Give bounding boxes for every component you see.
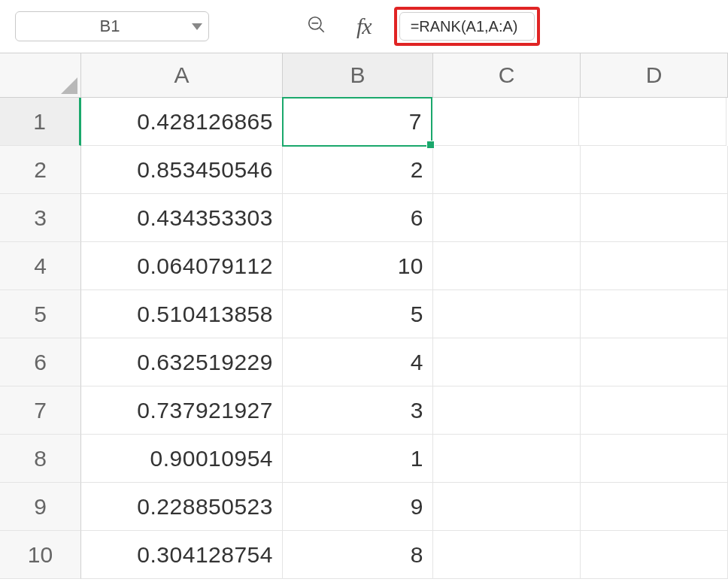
- cell-B5[interactable]: 5: [283, 290, 433, 338]
- select-all-triangle-icon: [61, 77, 77, 94]
- row-header-6[interactable]: 6: [0, 338, 81, 386]
- cell-C2[interactable]: [433, 146, 581, 194]
- table-row: 7 0.737921927 3: [0, 386, 728, 435]
- cell-C3[interactable]: [433, 194, 581, 242]
- row-header-1[interactable]: 1: [0, 98, 81, 146]
- table-row: 3 0.434353303 6: [0, 194, 728, 242]
- cell-D9[interactable]: [581, 483, 728, 531]
- table-row: 6 0.632519229 4: [0, 338, 728, 386]
- cell-C4[interactable]: [433, 242, 581, 290]
- table-row: 5 0.510413858 5: [0, 290, 728, 338]
- column-header-A[interactable]: A: [81, 53, 283, 97]
- row-header-10[interactable]: 10: [0, 531, 81, 579]
- table-row: 4 0.064079112 10: [0, 242, 728, 290]
- name-box-value: B1: [28, 17, 192, 36]
- cell-C9[interactable]: [433, 483, 581, 531]
- formula-toolbar: B1 fx =RANK(A1,A:A): [0, 0, 728, 53]
- row-header-7[interactable]: 7: [0, 386, 81, 435]
- zoom-out-icon[interactable]: [307, 15, 326, 38]
- cell-C6[interactable]: [433, 338, 581, 386]
- cell-A6[interactable]: 0.632519229: [81, 338, 283, 386]
- column-headers: A B C D: [0, 53, 728, 98]
- cell-A5[interactable]: 0.510413858: [81, 290, 283, 338]
- cell-B1[interactable]: 7: [282, 97, 432, 147]
- cell-A1[interactable]: 0.428126865: [81, 98, 283, 146]
- column-header-C[interactable]: C: [433, 53, 581, 97]
- cell-A2[interactable]: 0.853450546: [81, 146, 283, 194]
- cell-D3[interactable]: [581, 194, 728, 242]
- cell-B9[interactable]: 9: [283, 483, 433, 531]
- column-header-D[interactable]: D: [581, 53, 728, 97]
- cell-B2[interactable]: 2: [283, 146, 433, 194]
- spreadsheet-grid: A B C D 1 0.428126865 7 2 0.853450546 2 …: [0, 53, 728, 579]
- fx-icon[interactable]: fx: [356, 14, 372, 39]
- cell-D10[interactable]: [581, 531, 728, 579]
- table-row: 2 0.853450546 2: [0, 146, 728, 194]
- table-row: 10 0.304128754 8: [0, 531, 728, 579]
- row-header-2[interactable]: 2: [0, 146, 81, 194]
- row-header-9[interactable]: 9: [0, 483, 81, 531]
- row-header-3[interactable]: 3: [0, 194, 81, 242]
- cell-C8[interactable]: [433, 435, 581, 483]
- chevron-down-icon[interactable]: [192, 23, 202, 30]
- cell-C7[interactable]: [433, 386, 581, 435]
- cell-D2[interactable]: [581, 146, 728, 194]
- cell-D1[interactable]: [579, 98, 726, 146]
- table-row: 1 0.428126865 7: [0, 98, 728, 146]
- column-header-B[interactable]: B: [283, 53, 433, 97]
- row-header-8[interactable]: 8: [0, 435, 81, 483]
- cell-D4[interactable]: [581, 242, 728, 290]
- cell-B8[interactable]: 1: [283, 435, 433, 483]
- row-header-5[interactable]: 5: [0, 290, 81, 338]
- cell-D6[interactable]: [581, 338, 728, 386]
- cell-A7[interactable]: 0.737921927: [81, 386, 283, 435]
- formula-text: =RANK(A1,A:A): [411, 18, 518, 35]
- name-box[interactable]: B1: [15, 11, 209, 41]
- row-header-4[interactable]: 4: [0, 242, 81, 290]
- cell-D5[interactable]: [581, 290, 728, 338]
- cell-A9[interactable]: 0.228850523: [81, 483, 283, 531]
- cell-C5[interactable]: [433, 290, 581, 338]
- formula-highlight-annotation: =RANK(A1,A:A): [394, 7, 540, 46]
- cell-C10[interactable]: [433, 531, 581, 579]
- svg-line-1: [320, 28, 323, 32]
- cell-B3[interactable]: 6: [283, 194, 433, 242]
- cell-D7[interactable]: [581, 386, 728, 435]
- cell-B6[interactable]: 4: [283, 338, 433, 386]
- cell-B4[interactable]: 10: [283, 242, 433, 290]
- select-all-corner[interactable]: [0, 53, 81, 97]
- cell-D8[interactable]: [581, 435, 728, 483]
- cell-A3[interactable]: 0.434353303: [81, 194, 283, 242]
- formula-bar[interactable]: =RANK(A1,A:A): [399, 12, 535, 41]
- cell-B7[interactable]: 3: [283, 386, 433, 435]
- table-row: 8 0.90010954 1: [0, 435, 728, 483]
- cell-A10[interactable]: 0.304128754: [81, 531, 283, 579]
- cell-A4[interactable]: 0.064079112: [81, 242, 283, 290]
- cell-C1[interactable]: [432, 98, 579, 146]
- cell-B10[interactable]: 8: [283, 531, 433, 579]
- table-row: 9 0.228850523 9: [0, 483, 728, 531]
- cell-A8[interactable]: 0.90010954: [81, 435, 283, 483]
